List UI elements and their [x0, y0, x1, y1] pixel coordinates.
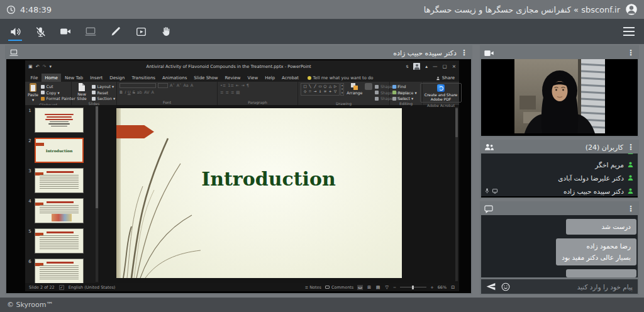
font-style-icon[interactable]: AV	[144, 90, 149, 95]
section-button[interactable]: Section ▾	[92, 96, 115, 101]
paragraph-format-icon[interactable]: ⇤	[236, 83, 239, 88]
ppt-tab-transitions[interactable]: Transitions	[128, 74, 159, 82]
ppt-tab-design[interactable]: Design	[106, 74, 128, 82]
zoom-level[interactable]: 66%	[438, 285, 447, 290]
quick-styles-button[interactable]	[365, 83, 372, 90]
normal-view-icon[interactable]: ▭	[357, 285, 363, 290]
paragraph-format-icon[interactable]: 1≡	[228, 83, 234, 88]
shape-glyph-icon[interactable]: ▭	[318, 84, 323, 89]
font-style-icon[interactable]: U	[128, 90, 131, 95]
shape-glyph-icon[interactable]: ∞	[323, 89, 328, 94]
shape-glyph-icon[interactable]: ○	[323, 84, 328, 89]
layout-button[interactable]: Layout ▾	[92, 84, 115, 89]
shape-glyph-icon[interactable]: ▷	[333, 84, 338, 89]
minimize-icon[interactable]: —	[433, 64, 438, 69]
thumbnail-slide-5[interactable]	[35, 228, 84, 254]
shape-glyph-icon[interactable]: ▽	[333, 89, 338, 94]
select-button[interactable]: Select ▾	[392, 96, 417, 101]
share-panel-menu-icon[interactable]: ⋮	[460, 49, 468, 57]
shape-glyph-icon[interactable]: ↓	[318, 89, 323, 94]
media-player-button[interactable]	[128, 19, 153, 44]
language-indicator[interactable]: English (United States)	[69, 285, 116, 290]
account-avatar[interactable]	[413, 63, 420, 70]
paragraph-format-icon[interactable]: ¶	[247, 83, 249, 88]
font-style-icon[interactable]: ab	[137, 90, 142, 95]
new-slide-button[interactable]: New Slide	[74, 83, 89, 101]
ppt-tab-insert[interactable]: Insert	[87, 74, 106, 82]
ppt-tab-review[interactable]: Review	[221, 74, 244, 82]
users-panel-menu-icon[interactable]: ⋮	[627, 143, 635, 151]
font-style-icon[interactable]: I	[125, 90, 126, 95]
send-icon[interactable]	[486, 282, 496, 291]
paste-button[interactable]: Paste▾	[28, 83, 38, 102]
webcam-panel-menu-icon[interactable]: ⋮	[627, 49, 635, 57]
hamburger-menu-button[interactable]	[616, 19, 641, 44]
reset-button[interactable]: Reset	[92, 91, 115, 95]
copy-button[interactable]: Copy ▾	[41, 91, 75, 95]
chat-panel-menu-icon[interactable]: ⋮	[627, 205, 635, 213]
font-style-icon[interactable]: S	[133, 90, 135, 95]
ppt-tab-acrobat[interactable]: Acrobat	[279, 74, 303, 82]
raise-hand-button[interactable]	[153, 19, 179, 44]
shape-glyph-icon[interactable]: →	[313, 89, 318, 94]
thumbnail-slide-2[interactable]: Introduction	[35, 138, 84, 163]
shape-glyph-icon[interactable]: △	[328, 84, 333, 89]
create-pdf-button[interactable]: Create and Share Adobe PDF	[420, 83, 462, 103]
font-name-select[interactable]	[119, 83, 156, 88]
paragraph-format-icon[interactable]: ≡	[225, 90, 228, 95]
user-avatar-icon[interactable]	[625, 3, 638, 16]
paragraph-format-icon[interactable]: ≡	[220, 90, 223, 95]
speaker-button[interactable]	[3, 19, 28, 44]
shape-glyph-icon[interactable]: ╱	[313, 84, 318, 89]
draw-button[interactable]	[103, 19, 128, 44]
redo-icon[interactable]: ↷	[43, 64, 47, 69]
zoom-slider[interactable]	[400, 287, 426, 287]
paragraph-format-icon[interactable]: •≡	[220, 83, 226, 88]
thumbnail-scrollbar[interactable]	[96, 106, 98, 282]
close-icon[interactable]: ×	[452, 64, 456, 69]
fit-slide-icon[interactable]: ⊡	[450, 285, 455, 290]
thumbnail-slide-3[interactable]	[35, 168, 84, 193]
cut-button[interactable]: Cut	[41, 84, 75, 89]
thumbnail-slide-6[interactable]	[35, 259, 84, 283]
ribbon-options-icon[interactable]: ▴	[425, 64, 428, 69]
shape-glyph-icon[interactable]: ╲	[308, 84, 313, 89]
shape-glyph-icon[interactable]: □	[303, 84, 308, 89]
paragraph-format-icon[interactable]: ▤	[236, 90, 240, 95]
save-icon[interactable]: ▣	[28, 64, 33, 69]
comments-button[interactable]: Comments	[325, 285, 353, 290]
shapes-gallery[interactable]: □╲╱▭○△▷◇☆→↓∞+▽	[301, 83, 340, 96]
emoji-icon[interactable]	[501, 282, 510, 291]
shape-glyph-icon[interactable]: ☆	[308, 89, 313, 94]
spell-check-icon[interactable]: ✓	[59, 285, 64, 290]
thumbnail-slide-4[interactable]	[35, 198, 84, 223]
ppt-share-button[interactable]: Share	[436, 75, 457, 82]
paragraph-format-icon[interactable]: ≡	[231, 90, 234, 95]
find-button[interactable]: Find	[392, 84, 417, 89]
ppt-tab-home[interactable]: Home	[42, 74, 62, 82]
ppt-tab-file[interactable]: File	[27, 74, 42, 82]
arrange-button[interactable]: Arrange	[347, 83, 362, 95]
paragraph-format-icon[interactable]: ⇥	[241, 83, 244, 88]
user-row[interactable]: دکتر علیرضا دولت آبادی	[481, 171, 638, 184]
microphone-off-button[interactable]	[28, 19, 53, 44]
screen-share-button[interactable]	[78, 19, 103, 44]
ppt-tab-animations[interactable]: Animations	[158, 74, 190, 82]
undo-icon[interactable]: ↶	[36, 64, 40, 69]
camera-button[interactable]	[53, 19, 78, 44]
ppt-tab-new-tab[interactable]: New Tab	[61, 74, 86, 82]
slide-show-icon[interactable]: ▽	[384, 285, 389, 290]
slide-sorter-icon[interactable]: ⊞	[367, 285, 372, 290]
font-size-select[interactable]	[158, 83, 168, 88]
user-row[interactable]: مریم اخگر	[481, 158, 638, 171]
thumbnail-slide-1[interactable]	[35, 108, 84, 133]
chat-input-placeholder[interactable]: پیام خود را وارد کنید	[577, 283, 633, 291]
user-row[interactable]	[481, 153, 638, 158]
zoom-out-icon[interactable]: −	[393, 285, 396, 290]
ppt-tab-help[interactable]: Help	[262, 74, 279, 82]
ppt-quick-access-toolbar[interactable]: ▣ ↶ ↷ ▾	[28, 64, 52, 69]
ppt-tab-slide-show[interactable]: Slide Show	[191, 74, 221, 82]
tell-me-box[interactable]: Tell me what you want to do	[308, 75, 374, 82]
replace-button[interactable]: Replace ▾	[392, 91, 417, 95]
restore-icon[interactable]: ▢	[443, 64, 447, 69]
